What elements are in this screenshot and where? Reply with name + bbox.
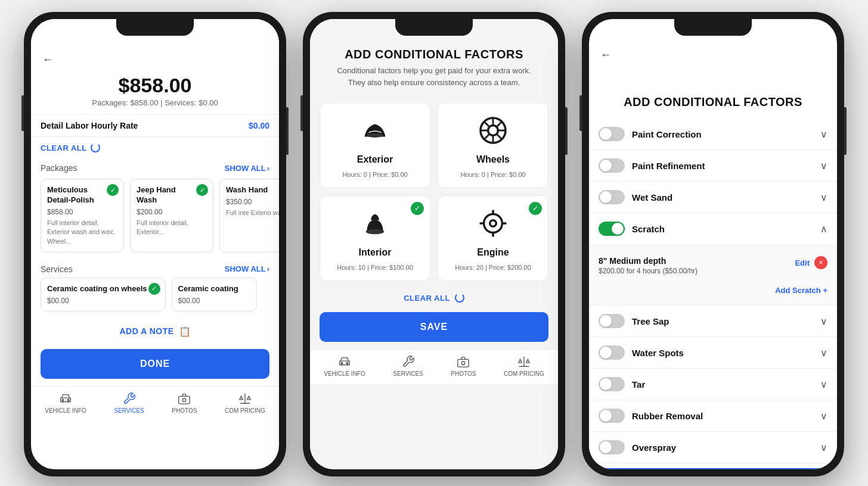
- toggle-paint-correction[interactable]: [599, 127, 625, 141]
- nav-label-services-1: SERVICES: [114, 407, 144, 414]
- factor-name-tree-sap: Tree Sap: [632, 316, 669, 326]
- services-label: Services: [41, 264, 73, 274]
- save-button[interactable]: SAVE: [320, 312, 548, 342]
- svc-check-0: ✓: [148, 283, 160, 295]
- screen3-title: ADD CONDITIONAL FACTORS: [599, 95, 827, 109]
- nav-vehicle-info-1[interactable]: VEHICLE INFO: [45, 391, 86, 414]
- svg-point-19: [341, 362, 343, 364]
- tile-name-engine: Engine: [477, 247, 509, 258]
- remove-scratch-button[interactable]: ×: [814, 256, 827, 269]
- add-scratch-button[interactable]: Add Scratch +: [775, 286, 827, 295]
- tile-name-wheels: Wheels: [476, 154, 510, 165]
- svg-point-1: [67, 399, 69, 401]
- toggle-tar[interactable]: [599, 377, 625, 391]
- toggle-paint-refinement[interactable]: [599, 158, 625, 173]
- factor-overspray[interactable]: Overspray ∨: [589, 432, 837, 463]
- nav-label-vehicle-1: VEHICLE INFO: [45, 407, 86, 414]
- factor-name-paint-refinement: Paint Refinement: [632, 161, 705, 171]
- nav-pricing-1[interactable]: COM PRICING: [225, 391, 265, 414]
- bottom-nav-1: VEHICLE INFO SERVICES PHOTOS: [31, 386, 279, 421]
- nav-pricing-2[interactable]: COM PRICING: [504, 354, 544, 377]
- pkg-name-2: Wash Hand: [226, 185, 279, 195]
- price-breakdown: Packages: $858.00 | Services: $0.00: [41, 98, 269, 107]
- chevron-scratch: ∧: [820, 223, 827, 235]
- chevron-water-spots: ∨: [820, 347, 827, 359]
- add-note-button: ADD A NOTE: [119, 326, 173, 336]
- toggle-wet-sand[interactable]: [599, 190, 625, 204]
- tile-check-interior: ✓: [411, 202, 424, 215]
- factor-paint-refinement[interactable]: Paint Refinement ∨: [589, 150, 837, 182]
- chevron-rubber-removal: ∨: [820, 410, 827, 422]
- screen-2: ADD CONDITIONAL FACTORS Conditional fact…: [310, 19, 558, 469]
- notch-3: [674, 19, 752, 36]
- factor-rubber-removal[interactable]: Rubber Removal ∨: [589, 400, 837, 432]
- labor-price: $0.00: [249, 121, 269, 130]
- tile-name-interior: Interior: [358, 247, 391, 258]
- svc-name-0: Ceramic coating on wheels: [47, 284, 159, 294]
- toggle-scratch[interactable]: [599, 222, 625, 236]
- service-item-0[interactable]: Ceramic coating on wheels $00.00 ✓: [41, 278, 166, 311]
- chevron-overspray: ∨: [820, 442, 827, 453]
- show-all-packages[interactable]: SHOW ALL ›: [225, 164, 269, 173]
- tile-info-engine: Hours: 20 | Price: $200.00: [455, 264, 531, 271]
- nav-services-1[interactable]: SERVICES: [114, 391, 144, 414]
- tile-exterior[interactable]: Exterior Hours: 0 | Price: $0.00: [320, 102, 430, 188]
- factor-name-scratch: Scratch: [632, 224, 665, 234]
- done-button[interactable]: DONE: [41, 349, 269, 379]
- clear-all-button-1[interactable]: CLEAR ALL: [41, 144, 87, 152]
- factor-wet-sand[interactable]: Wet Sand ∨: [589, 182, 837, 213]
- refresh-icon-2: [455, 293, 464, 303]
- notch-2: [395, 19, 473, 36]
- nav-label-pricing-1: COM PRICING: [225, 407, 265, 414]
- svg-point-4: [367, 133, 383, 138]
- factor-paint-correction[interactable]: Paint Correction ∨: [589, 119, 837, 150]
- tile-info-interior: Hours: 10 | Price: $100.00: [337, 264, 413, 271]
- scratch-entry-name-0: 8" Medium depth: [599, 256, 795, 266]
- bottom-nav-2: VEHICLE INFO SERVICES PHOTOS: [310, 349, 558, 384]
- toggle-water-spots[interactable]: [599, 345, 625, 360]
- nav-photos-1[interactable]: PHOTOS: [172, 391, 197, 414]
- factor-scratch[interactable]: Scratch ∧: [589, 213, 837, 244]
- tile-engine[interactable]: ✓ Engine Hours: 20 | Price: $200.00: [438, 195, 548, 281]
- factor-water-spots[interactable]: Water Spots ∨: [589, 337, 837, 369]
- back-button-1[interactable]: ←: [31, 45, 279, 69]
- back-button-3[interactable]: ←: [599, 48, 613, 62]
- camera-icon-2: [456, 354, 470, 369]
- svg-rect-21: [458, 359, 469, 367]
- next-button[interactable]: NEXT: [599, 468, 827, 469]
- clear-row: CLEAR ALL: [31, 137, 279, 158]
- wrench-icon-2: [401, 354, 416, 369]
- packages-label: Packages: [41, 163, 77, 173]
- package-item-0[interactable]: Meticulous Detail-Polish $858.00 Full in…: [41, 179, 124, 253]
- pkg-desc-2: Full inte Exterio wax...: [226, 208, 279, 217]
- tile-wheels[interactable]: Wheels Hours: 0 | Price: $0.00: [438, 102, 548, 188]
- factor-tar[interactable]: Tar ∨: [589, 369, 837, 400]
- package-item-2[interactable]: Wash Hand $350.00 Full inte Exterio wax.…: [219, 179, 279, 253]
- chevron-tree-sap: ∨: [820, 316, 827, 327]
- clear-all-button-2[interactable]: CLEAR ALL: [404, 294, 450, 303]
- show-all-services[interactable]: SHOW ALL ›: [225, 264, 269, 273]
- scratch-entry-0: 8" Medium depth $200.00 for 4 hours ($50…: [599, 251, 827, 280]
- nav-services-2[interactable]: SERVICES: [393, 354, 423, 377]
- toggle-rubber-removal[interactable]: [599, 409, 625, 423]
- package-item-1[interactable]: Jeep Hand Wash $200.00 Full interior det…: [130, 179, 213, 253]
- tile-name-exterior: Exterior: [357, 154, 393, 165]
- factor-tree-sap[interactable]: Tree Sap ∨: [589, 306, 837, 337]
- service-item-1[interactable]: Ceramic coating $00.00: [172, 278, 257, 311]
- add-note-row[interactable]: ADD A NOTE 📋: [31, 319, 279, 344]
- pkg-price-0: $858.00: [47, 208, 117, 216]
- pkg-price-2: $350.00: [226, 198, 279, 206]
- toggle-tree-sap[interactable]: [599, 314, 625, 328]
- car-icon-2: [337, 354, 352, 369]
- svg-point-3: [183, 398, 187, 402]
- toggle-overspray[interactable]: [599, 440, 625, 454]
- nav-vehicle-info-2[interactable]: VEHICLE INFO: [324, 354, 365, 377]
- tile-check-engine: ✓: [529, 202, 542, 215]
- svg-line-11: [484, 122, 489, 127]
- nav-photos-2[interactable]: PHOTOS: [451, 354, 476, 377]
- tile-interior[interactable]: ✓ Interior Hours: 10 | Price: $100.00: [320, 195, 430, 281]
- screen-3: ← ADD CONDITIONAL FACTORS Paint Correcti…: [589, 19, 837, 469]
- edit-scratch-button[interactable]: Edit: [795, 258, 810, 267]
- phones-container: ← $858.00 Packages: $858.00 | Services: …: [24, 12, 844, 476]
- svg-point-20: [346, 362, 348, 364]
